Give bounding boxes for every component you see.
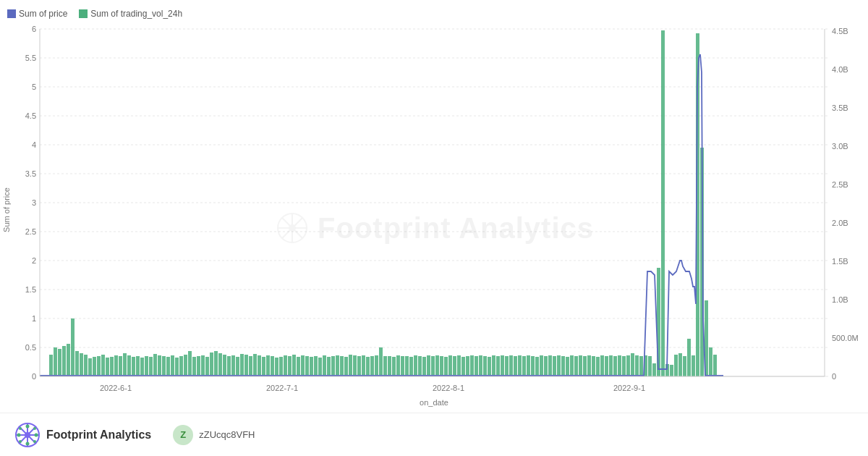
svg-text:2022-8-1: 2022-8-1 — [433, 384, 464, 392]
svg-rect-92 — [266, 355, 270, 376]
svg-text:2: 2 — [32, 256, 36, 265]
svg-rect-47 — [71, 318, 75, 376]
svg-rect-58 — [119, 356, 122, 376]
svg-text:3.5: 3.5 — [25, 169, 36, 178]
svg-rect-63 — [140, 358, 144, 376]
svg-rect-168 — [596, 357, 600, 376]
svg-rect-77 — [201, 355, 205, 376]
svg-rect-189 — [687, 339, 691, 376]
svg-point-214 — [17, 433, 21, 436]
svg-rect-46 — [67, 344, 70, 376]
svg-rect-90 — [258, 355, 261, 376]
svg-rect-56 — [110, 357, 114, 376]
svg-rect-130 — [431, 356, 435, 376]
svg-rect-98 — [292, 355, 296, 376]
svg-rect-113 — [357, 356, 361, 376]
svg-rect-194 — [709, 347, 712, 376]
svg-text:3: 3 — [32, 198, 36, 207]
svg-rect-69 — [166, 357, 170, 376]
svg-rect-125 — [409, 357, 413, 376]
svg-rect-49 — [80, 353, 83, 376]
svg-point-212 — [35, 433, 38, 436]
svg-text:6: 6 — [32, 25, 36, 33]
svg-rect-55 — [106, 358, 109, 376]
svg-rect-134 — [448, 355, 452, 376]
footer: Footprint Analytics Z zZUcqc8VFH — [0, 413, 868, 456]
svg-rect-100 — [301, 355, 305, 376]
svg-text:4.5: 4.5 — [25, 111, 36, 120]
svg-rect-59 — [123, 353, 127, 376]
svg-rect-112 — [353, 355, 357, 376]
svg-rect-151 — [522, 356, 526, 376]
svg-text:Sum of price: Sum of price — [2, 187, 11, 232]
svg-point-211 — [26, 424, 30, 428]
svg-text:5.5: 5.5 — [25, 54, 36, 62]
svg-rect-145 — [496, 356, 500, 376]
svg-rect-84 — [231, 355, 235, 376]
svg-rect-48 — [75, 351, 79, 376]
chart-svg: 0 0.5 1 1.5 2 2.5 3 3.5 4 4.5 5 5.5 6 Su… — [0, 0, 868, 420]
svg-text:0.5: 0.5 — [25, 343, 36, 352]
svg-rect-160 — [561, 356, 565, 376]
svg-rect-42 — [49, 355, 53, 376]
svg-rect-195 — [713, 355, 717, 376]
svg-text:4.0B: 4.0B — [832, 65, 848, 74]
svg-rect-114 — [362, 355, 365, 376]
svg-rect-128 — [422, 357, 426, 376]
svg-rect-170 — [605, 356, 608, 376]
svg-text:3.0B: 3.0B — [832, 142, 848, 151]
svg-point-213 — [26, 442, 30, 445]
svg-text:1.5B: 1.5B — [832, 257, 848, 266]
svg-rect-102 — [310, 357, 313, 376]
svg-text:1.5: 1.5 — [25, 285, 36, 294]
svg-rect-131 — [435, 355, 439, 376]
svg-rect-93 — [271, 356, 274, 376]
svg-rect-95 — [279, 357, 283, 376]
svg-rect-89 — [253, 354, 257, 376]
svg-rect-61 — [132, 357, 135, 376]
svg-text:2022-7-1: 2022-7-1 — [266, 384, 298, 392]
svg-text:1.0B: 1.0B — [832, 295, 848, 304]
svg-rect-132 — [440, 356, 443, 376]
svg-rect-87 — [244, 355, 248, 376]
svg-rect-183 — [661, 30, 665, 376]
svg-rect-147 — [505, 356, 509, 376]
svg-rect-190 — [692, 355, 695, 376]
footer-user: Z zZUcqc8VFH — [173, 425, 255, 445]
svg-rect-110 — [344, 357, 348, 376]
svg-rect-144 — [492, 355, 495, 376]
svg-rect-54 — [101, 355, 105, 376]
svg-point-218 — [19, 440, 22, 443]
svg-rect-126 — [414, 355, 417, 376]
svg-text:2022-6-1: 2022-6-1 — [100, 384, 132, 392]
svg-rect-173 — [618, 355, 621, 376]
svg-rect-65 — [149, 357, 153, 376]
svg-rect-143 — [488, 357, 491, 376]
footer-logo: Footprint Analytics — [14, 422, 151, 448]
svg-rect-71 — [175, 358, 179, 376]
svg-rect-149 — [514, 356, 517, 376]
svg-rect-108 — [336, 355, 339, 376]
svg-rect-175 — [626, 355, 630, 376]
svg-rect-101 — [305, 356, 309, 376]
svg-rect-177 — [635, 355, 639, 376]
svg-rect-180 — [648, 356, 652, 376]
svg-rect-127 — [418, 356, 422, 376]
svg-point-216 — [33, 440, 36, 443]
svg-rect-68 — [162, 356, 166, 376]
svg-text:1: 1 — [32, 314, 36, 323]
svg-rect-152 — [527, 355, 530, 376]
svg-rect-186 — [674, 355, 678, 376]
svg-rect-154 — [535, 357, 539, 376]
svg-rect-174 — [622, 356, 626, 376]
svg-rect-124 — [405, 356, 409, 376]
svg-rect-178 — [639, 356, 643, 376]
svg-rect-62 — [136, 356, 140, 376]
svg-rect-120 — [388, 356, 391, 376]
svg-rect-181 — [652, 363, 656, 376]
svg-rect-137 — [461, 357, 465, 376]
svg-rect-94 — [275, 358, 278, 376]
svg-rect-164 — [579, 355, 582, 376]
svg-rect-122 — [396, 355, 400, 376]
svg-rect-64 — [145, 356, 148, 376]
